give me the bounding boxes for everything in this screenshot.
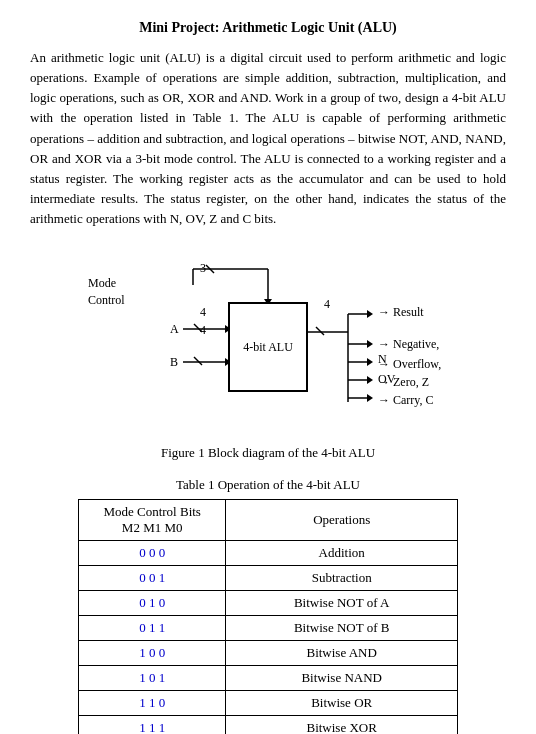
diagram-caption: Figure 1 Block diagram of the 4-bit ALU [30, 445, 506, 461]
table-row: 0 0 1Subtraction [79, 566, 458, 591]
num-4r-label: 4 [324, 297, 330, 312]
table-row-mode: 0 1 0 [79, 591, 226, 616]
b-label: B [170, 355, 178, 370]
page-title: Mini Project: Arithmetic Logic Unit (ALU… [30, 20, 506, 36]
table-row-operation: Bitwise AND [226, 641, 458, 666]
col1-header: Mode Control BitsM2 M1 M0 [79, 500, 226, 541]
table-row-operation: Bitwise XOR [226, 716, 458, 734]
table-row: 0 1 1Bitwise NOT of B [79, 616, 458, 641]
carry-label: → Carry, C [378, 393, 434, 408]
table-row-mode: 1 1 0 [79, 691, 226, 716]
svg-line-10 [194, 357, 202, 365]
table-row-operation: Bitwise NOT of B [226, 616, 458, 641]
table-row-operation: Bitwise OR [226, 691, 458, 716]
table-row: 1 0 0Bitwise AND [79, 641, 458, 666]
table-container: Mode Control BitsM2 M1 M0 Operations 0 0… [30, 499, 506, 734]
svg-marker-21 [367, 376, 373, 384]
table-row-mode: 0 0 0 [79, 541, 226, 566]
svg-line-12 [316, 327, 324, 335]
num-3-label: 3 [200, 261, 206, 276]
num-4b-label: 4 [200, 323, 206, 338]
intro-text: An arithmetic logic unit (ALU) is a digi… [30, 48, 506, 229]
table-row-mode: 1 0 0 [79, 641, 226, 666]
col2-header: Operations [226, 500, 458, 541]
svg-marker-23 [367, 394, 373, 402]
result-label: → Result [378, 305, 424, 320]
table-row-operation: Bitwise NAND [226, 666, 458, 691]
num-4a-label: 4 [200, 305, 206, 320]
block-diagram: ModeControl 3 A 4 B 4 4 4-bit ALU → Resu… [30, 247, 506, 437]
zero-label: → Zero, Z [378, 375, 429, 390]
svg-marker-15 [367, 310, 373, 318]
table-row-operation: Bitwise NOT of A [226, 591, 458, 616]
alu-box: 4-bit ALU [228, 302, 308, 392]
table-title: Table 1 Operation of the 4-bit ALU [30, 477, 506, 493]
table-row: 1 1 0Bitwise OR [79, 691, 458, 716]
table-row-mode: 0 1 1 [79, 616, 226, 641]
table-row-mode: 1 1 1 [79, 716, 226, 734]
table-row: 1 0 1Bitwise NAND [79, 666, 458, 691]
table-row-operation: Subtraction [226, 566, 458, 591]
alu-table: Mode Control BitsM2 M1 M0 Operations 0 0… [78, 499, 458, 734]
table-row-operation: Addition [226, 541, 458, 566]
svg-marker-19 [367, 358, 373, 366]
table-row: 0 1 0Bitwise NOT of A [79, 591, 458, 616]
table-row: 0 0 0Addition [79, 541, 458, 566]
table-row-mode: 1 0 1 [79, 666, 226, 691]
svg-marker-17 [367, 340, 373, 348]
table-row-mode: 0 0 1 [79, 566, 226, 591]
mode-control-label: ModeControl [88, 275, 125, 309]
a-label: A [170, 322, 179, 337]
table-row: 1 1 1Bitwise XOR [79, 716, 458, 734]
